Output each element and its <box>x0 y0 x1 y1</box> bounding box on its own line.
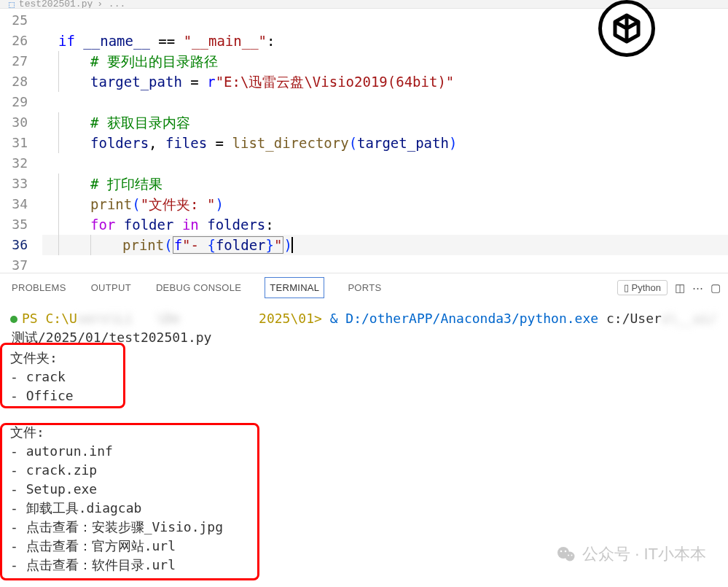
terminal-profile-selector[interactable]: ▯ Python <box>617 280 668 295</box>
line-number: 30 <box>0 112 28 133</box>
cube-icon <box>611 12 643 44</box>
line-number: 27 <box>0 51 28 71</box>
terminal-script-path: 测试/2025/01/test202501.py <box>10 328 718 347</box>
terminal-output[interactable]: PS C:\Users\Li \De 2025\01> & D:/otherAP… <box>0 302 728 575</box>
python-file-icon: ⬚ <box>9 0 15 9</box>
code-line[interactable]: print("文件夹: ") <box>42 194 728 214</box>
folder-item: - Office <box>10 386 718 405</box>
file-item: - 点击查看：安装步骤_Visio.jpg <box>10 518 718 537</box>
maximize-panel-icon[interactable]: ▢ <box>711 281 721 295</box>
line-number: 33 <box>0 174 28 194</box>
watermark-text: 公众号 · IT小本本 <box>582 543 706 565</box>
line-number-gutter: 25262728293031323334353637 <box>0 9 42 273</box>
file-item: - autorun.inf <box>10 442 718 461</box>
tab-debug-console[interactable]: DEBUG CONSOLE <box>154 276 243 299</box>
file-item: - crack.zip <box>10 461 718 480</box>
file-item: - 卸载工具.diagcab <box>10 499 718 518</box>
line-number: 25 <box>0 10 28 31</box>
tab-ports[interactable]: PORTS <box>346 276 383 299</box>
code-line[interactable] <box>42 92 728 112</box>
terminal-prompt-line: PS C:\Users\Li \De 2025\01> & D:/otherAP… <box>10 309 718 328</box>
tab-output[interactable]: OUTPUT <box>90 276 133 299</box>
line-number: 31 <box>0 133 28 153</box>
line-number: 29 <box>0 92 28 112</box>
tab-problems[interactable]: PROBLEMS <box>10 276 68 299</box>
bottom-panel-tabs: PROBLEMS OUTPUT DEBUG CONSOLE TERMINAL P… <box>0 273 728 302</box>
watermark: 公众号 · IT小本本 <box>556 543 706 565</box>
line-number: 34 <box>0 194 28 214</box>
folders-header: 文件夹: <box>10 349 718 368</box>
status-dot-icon <box>10 316 17 323</box>
code-line[interactable]: # 打印结果 <box>42 174 728 194</box>
svg-point-2 <box>560 551 563 553</box>
split-terminal-icon[interactable]: ◫ <box>675 281 685 295</box>
svg-point-1 <box>565 552 575 561</box>
svg-point-4 <box>568 555 569 556</box>
code-line[interactable]: target_path = r"E:\迅雷云盘\Visio2019(64bit)… <box>42 71 728 92</box>
line-number: 28 <box>0 71 28 92</box>
folder-item: - crack <box>10 368 718 386</box>
svg-point-5 <box>571 555 573 556</box>
files-header: 文件: <box>10 423 718 442</box>
code-line[interactable] <box>42 153 728 174</box>
terminal-profile-label: Python <box>632 282 661 293</box>
code-line[interactable]: for folder in folders: <box>42 214 728 235</box>
wechat-icon <box>556 544 576 564</box>
tab-terminal[interactable]: TERMINAL <box>265 277 324 298</box>
code-line[interactable]: print(f"- {folder}") <box>42 235 728 255</box>
svg-point-3 <box>565 551 567 553</box>
more-icon[interactable]: ⋯ <box>692 281 703 295</box>
terminal-icon: ▯ <box>624 282 629 293</box>
breadcrumb-trail: › ... <box>97 0 125 9</box>
file-item: - Setup.exe <box>10 480 718 499</box>
brand-logo <box>598 0 655 57</box>
panel-controls: ▯ Python ◫ ⋯ ▢ <box>617 280 721 295</box>
line-number: 36 <box>0 235 28 255</box>
line-number: 26 <box>0 31 28 51</box>
code-line[interactable]: folders, files = list_directory(target_p… <box>42 133 728 153</box>
code-line[interactable]: # 获取目录内容 <box>42 112 728 133</box>
line-number: 32 <box>0 153 28 174</box>
tab-filename[interactable]: test202501.py <box>19 0 93 9</box>
line-number: 35 <box>0 214 28 235</box>
